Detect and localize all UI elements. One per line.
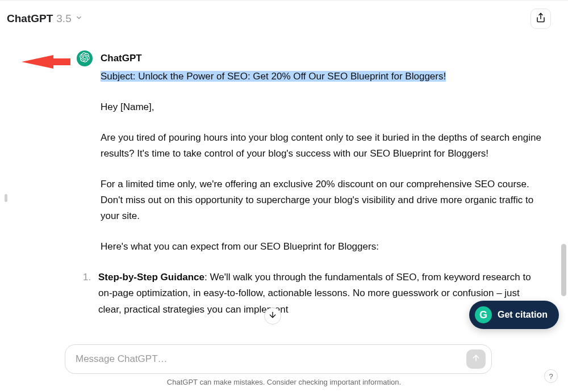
scroll-to-bottom-button[interactable] <box>264 307 281 324</box>
send-button[interactable] <box>466 349 486 369</box>
svg-marker-1 <box>22 55 70 69</box>
share-icon <box>536 12 546 25</box>
get-citation-button[interactable]: G Get citation <box>469 301 559 329</box>
author-name: ChatGPT <box>101 50 545 66</box>
arrow-down-icon <box>268 310 277 322</box>
openai-logo-icon <box>80 52 90 65</box>
subject-line: Subject: Unlock the Power of SEO: Get 20… <box>101 71 446 82</box>
scrollbar-thumb[interactable] <box>561 244 566 296</box>
arrow-up-icon <box>471 353 481 365</box>
input-placeholder: Message ChatGPT… <box>76 353 168 364</box>
paragraph-1: Are you tired of pouring hours into your… <box>101 130 545 162</box>
assistant-avatar <box>77 50 93 66</box>
model-selector[interactable]: ChatGPT 3.5 <box>7 12 83 25</box>
model-version: 3.5 <box>56 12 71 25</box>
paragraph-3: Here's what you can expect from our SEO … <box>101 239 545 255</box>
annotation-arrow-icon <box>22 52 70 74</box>
greeting: Hey [Name], <box>101 99 545 115</box>
share-button[interactable] <box>531 9 551 29</box>
feature-title: Step-by-Step Guidance <box>98 272 204 283</box>
model-name: ChatGPT <box>7 12 53 25</box>
chevron-down-icon <box>75 14 83 24</box>
message-input[interactable]: Message ChatGPT… <box>65 344 492 374</box>
grammarly-badge-icon: G <box>475 306 492 323</box>
input-area: Message ChatGPT… <box>65 344 492 374</box>
message-body: ChatGPT Subject: Unlock the Power of SEO… <box>101 50 545 324</box>
paragraph-2: For a limited time only, we're offering … <box>101 176 545 224</box>
disclaimer-text: ChatGPT can make mistakes. Consider chec… <box>0 378 568 386</box>
citation-label: Get citation <box>498 310 548 320</box>
help-button[interactable]: ? <box>544 369 558 383</box>
header: ChatGPT 3.5 <box>0 0 568 37</box>
chat-content: ChatGPT Subject: Unlock the Power of SEO… <box>0 37 568 324</box>
message-row: ChatGPT Subject: Unlock the Power of SEO… <box>77 37 545 324</box>
